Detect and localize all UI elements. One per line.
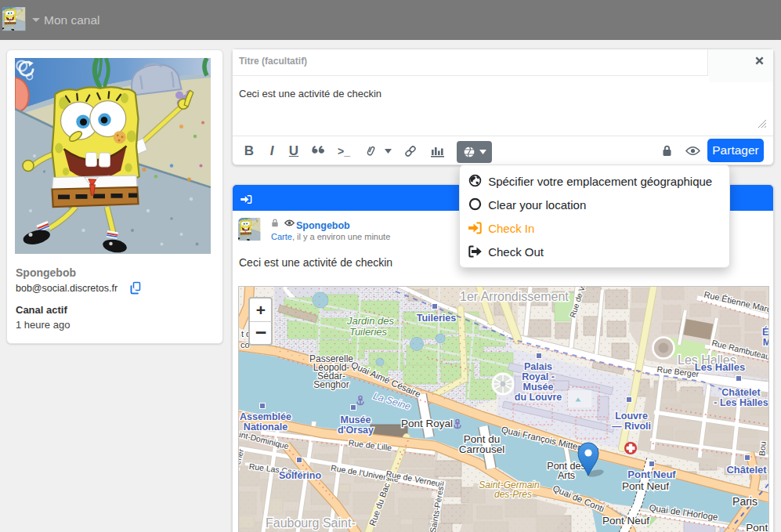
svg-text:Arts: Arts <box>558 470 575 481</box>
svg-text:Les Halles: Les Halles <box>695 361 745 373</box>
svg-text:1er Arrondissement: 1er Arrondissement <box>460 290 569 303</box>
svg-text:Nationale: Nationale <box>244 422 287 432</box>
svg-text:- Les Halles: - Les Halles <box>714 397 768 408</box>
svg-text:du Louvre: du Louvre <box>515 392 562 403</box>
svg-text:Éti: Éti <box>762 326 768 338</box>
svg-text:Jardin des: Jardin des <box>346 315 394 327</box>
svg-text:Tuileries: Tuileries <box>417 313 457 324</box>
svg-text:Assemblée: Assemblée <box>240 411 291 422</box>
svg-text:Châtelet: Châtelet <box>721 387 761 398</box>
svg-text:d'Orsay: d'Orsay <box>338 425 374 436</box>
svg-text:Louvre: Louvre <box>615 411 648 422</box>
svg-text:Royal -: Royal - <box>522 371 555 382</box>
svg-text:Musée: Musée <box>341 414 371 425</box>
svg-text:Carrousel: Carrousel <box>459 443 505 455</box>
svg-text:Bou: Bou <box>757 441 768 457</box>
svg-text:Pont Neuf: Pont Neuf <box>622 480 669 492</box>
svg-text:des-Prés: des-Prés <box>494 489 532 500</box>
svg-text:Châtelet -: Châtelet - <box>726 464 768 476</box>
svg-text:M: M <box>763 337 768 348</box>
svg-text:Palais: Palais <box>524 361 552 372</box>
svg-text:Pont Neuf: Pont Neuf <box>627 469 676 480</box>
svg-text:Solférino: Solférino <box>279 470 322 481</box>
svg-text:Faubourg Saint-: Faubourg Saint- <box>266 516 356 530</box>
svg-text:Tuileries: Tuileries <box>349 326 388 338</box>
svg-text:Paris: Paris <box>732 495 757 508</box>
svg-text:— Rivoli: — Rivoli <box>612 421 651 432</box>
svg-text:Pont N: Pont N <box>746 522 768 532</box>
svg-text:Senghor: Senghor <box>313 379 349 390</box>
svg-text:Musée: Musée <box>523 382 554 393</box>
svg-text:Pont Neuf: Pont Neuf <box>602 515 649 527</box>
svg-text:Pont Royal: Pont Royal <box>401 418 453 429</box>
